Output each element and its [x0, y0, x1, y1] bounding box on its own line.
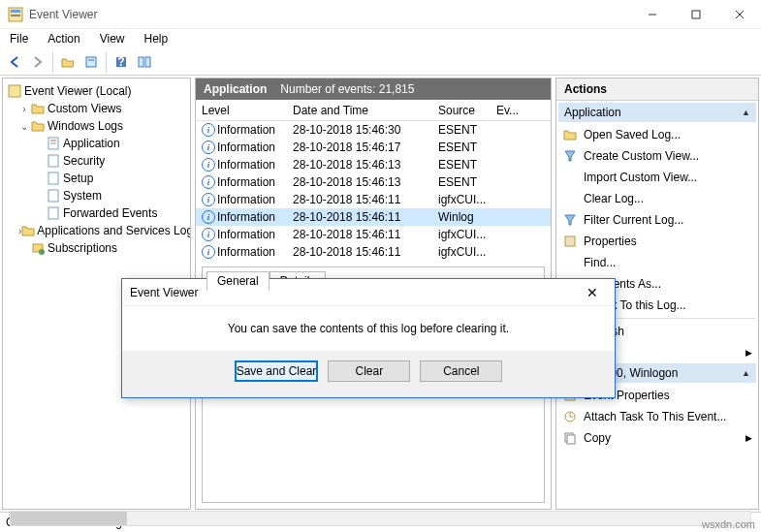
tree-subscriptions[interactable]: Subscriptions [5, 239, 188, 257]
menubar: File Action View Help [0, 29, 761, 48]
row-date: 28-10-2018 15:46:17 [293, 141, 438, 154]
action-properties[interactable]: Properties [558, 231, 756, 252]
tree-root[interactable]: Event Viewer (Local) [5, 82, 188, 100]
svg-rect-11 [139, 57, 143, 67]
eventviewer-icon [7, 83, 22, 99]
tab-general[interactable]: General [206, 271, 270, 291]
chevron-right-icon: ▶ [745, 348, 752, 358]
log-icon [46, 153, 61, 169]
copy-icon [562, 430, 578, 446]
svg-rect-17 [48, 155, 58, 167]
find-icon [562, 255, 578, 270]
titlebar: Event Viewer [0, 0, 761, 29]
tree-custom-views[interactable]: › Custom Views [5, 100, 188, 117]
row-source: Winlog [438, 210, 496, 224]
folder-icon [21, 223, 35, 238]
col-source[interactable]: Source [438, 104, 496, 117]
filter-new-icon [562, 148, 578, 164]
svg-rect-12 [145, 57, 150, 67]
row-date: 28-10-2018 15:46:30 [293, 123, 438, 137]
tree-security[interactable]: Security [5, 152, 188, 170]
svg-rect-23 [565, 236, 575, 246]
minimize-button[interactable] [630, 0, 674, 29]
actions-title: Actions [556, 78, 758, 101]
open-icon[interactable] [57, 51, 79, 73]
row-level: Information [217, 123, 275, 137]
event-row[interactable]: iInformation28-10-2018 15:46:11Winlog [196, 208, 551, 226]
svg-rect-20 [48, 207, 58, 219]
properties-icon[interactable] [80, 51, 102, 73]
menu-file[interactable]: File [6, 30, 32, 47]
tree-apps-services[interactable]: › Applications and Services Logs [5, 222, 188, 239]
menu-view[interactable]: View [96, 30, 129, 47]
forward-button[interactable] [27, 51, 48, 73]
event-row[interactable]: iInformation28-10-2018 15:46:11igfxCUI..… [196, 243, 551, 261]
row-level: Information [217, 210, 275, 224]
action-filter-log[interactable]: Filter Current Log... [558, 209, 756, 231]
cancel-button[interactable]: Cancel [420, 360, 502, 382]
action-import-custom-view[interactable]: Import Custom View... [558, 167, 756, 188]
svg-point-22 [39, 249, 45, 255]
close-button[interactable] [717, 0, 761, 29]
information-icon: i [202, 210, 215, 224]
action-open-saved-log[interactable]: Open Saved Log... [558, 124, 756, 145]
col-level[interactable]: Level [196, 104, 293, 117]
folder-icon [30, 118, 46, 134]
actions-group-application[interactable]: Application▲ [558, 103, 756, 122]
event-row[interactable]: iInformation28-10-2018 15:46:13ESENT [196, 173, 551, 191]
log-icon [46, 205, 61, 221]
svg-rect-4 [692, 11, 700, 18]
svg-rect-1 [11, 10, 20, 13]
expand-icon[interactable]: › [18, 104, 30, 114]
menu-action[interactable]: Action [44, 30, 83, 47]
event-row[interactable]: iInformation28-10-2018 15:46:13ESENT [196, 156, 551, 173]
information-icon: i [202, 158, 215, 172]
information-icon: i [202, 175, 215, 189]
information-icon: i [202, 123, 215, 137]
row-date: 28-10-2018 15:46:13 [293, 175, 438, 189]
event-row[interactable]: iInformation28-10-2018 15:46:17ESENT [196, 139, 551, 156]
event-row[interactable]: iInformation28-10-2018 15:46:11igfxCUI..… [196, 191, 551, 208]
svg-rect-7 [86, 57, 96, 67]
row-source: ESENT [438, 123, 496, 137]
tree-setup[interactable]: Setup [5, 170, 188, 187]
row-level: Information [217, 193, 275, 206]
collapse-icon: ▲ [742, 108, 750, 117]
event-row[interactable]: iInformation28-10-2018 15:46:30ESENT [196, 121, 551, 139]
action-clear-log[interactable]: Clear Log... [558, 188, 756, 209]
row-date: 28-10-2018 15:46:11 [293, 210, 438, 224]
panes-icon[interactable] [134, 51, 155, 73]
help-icon[interactable]: ? [111, 51, 132, 73]
row-date: 28-10-2018 15:46:11 [293, 228, 438, 241]
log-icon [46, 171, 61, 186]
menu-help[interactable]: Help [141, 30, 173, 47]
svg-rect-31 [567, 435, 575, 444]
row-date: 28-10-2018 15:46:13 [293, 158, 438, 172]
tree-windows-logs[interactable]: ⌄ Windows Logs [5, 117, 188, 135]
chevron-right-icon: ▶ [745, 433, 752, 443]
svg-rect-19 [48, 190, 58, 202]
action-create-custom-view[interactable]: Create Custom View... [558, 145, 756, 167]
row-source: igfxCUI... [438, 193, 496, 206]
event-row[interactable]: iInformation28-10-2018 15:46:11igfxCUI..… [196, 226, 551, 243]
dialog-close-button[interactable]: ✕ [578, 285, 607, 300]
svg-text:?: ? [117, 55, 124, 69]
row-source: ESENT [438, 141, 496, 154]
tree-system[interactable]: System [5, 187, 188, 204]
maximize-button[interactable] [674, 0, 717, 29]
action-copy[interactable]: Copy▶ [558, 427, 756, 449]
action-find[interactable]: Find... [558, 252, 756, 273]
col-date[interactable]: Date and Time [293, 104, 438, 117]
collapse-icon[interactable]: ⌄ [18, 121, 30, 132]
tree-forwarded[interactable]: Forwarded Events [5, 204, 188, 222]
events-header: Application Number of events: 21,815 [196, 78, 551, 100]
col-eventid[interactable]: Ev... [496, 104, 525, 117]
tree-application[interactable]: Application [5, 135, 188, 152]
save-and-clear-button[interactable]: Save and Clear [235, 360, 319, 382]
clear-button[interactable]: Clear [328, 360, 410, 382]
folder-open-icon [562, 127, 578, 142]
back-button[interactable] [4, 51, 25, 73]
action-attach-task-event[interactable]: Attach Task To This Event... [558, 406, 756, 427]
row-source: igfxCUI... [438, 245, 496, 259]
collapse-icon: ▲ [742, 368, 750, 378]
